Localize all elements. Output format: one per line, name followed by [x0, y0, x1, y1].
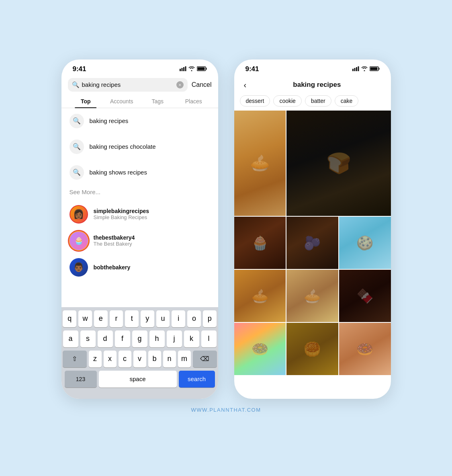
key-g[interactable]: g [132, 330, 147, 347]
key-shift[interactable]: ⇧ [63, 351, 87, 367]
status-bar-right: 9:41 [234, 60, 391, 76]
key-e[interactable]: e [94, 310, 108, 327]
suggestion-item[interactable]: 🔍 baking recipes [61, 108, 218, 134]
key-q[interactable]: q [63, 310, 76, 327]
see-more-link[interactable]: See More... [61, 185, 218, 201]
key-c[interactable]: c [119, 351, 131, 367]
key-s[interactable]: s [80, 330, 96, 347]
grid-image-blueberry[interactable]: 🫐 [286, 217, 338, 269]
filter-chips-row: dessert cookie batter cake [234, 95, 391, 111]
header-title: baking recipes [250, 81, 384, 89]
left-phone: 9:41 🔍 × [61, 60, 218, 399]
suggestion-item[interactable]: 🔍 baking recipes chocolate [61, 134, 218, 160]
search-icon-left: 🔍 [72, 81, 80, 88]
wifi-icon [188, 66, 195, 72]
key-v[interactable]: v [133, 351, 146, 367]
key-search[interactable]: search [179, 371, 215, 388]
avatar-bob: 👨🏾 [70, 258, 88, 277]
keyboard-spacer [63, 391, 217, 399]
key-n[interactable]: n [163, 351, 176, 367]
account-item-bob[interactable]: 👨🏾 bobthebakery [61, 254, 218, 281]
tabs-row: Top Accounts Tags Places [61, 95, 218, 108]
key-i[interactable]: i [172, 310, 185, 327]
avatar-simplebaking: 👩🏾 [70, 205, 88, 224]
account-item-simplebaking[interactable]: 👩🏾 simplebakingrecipes Simple Baking Rec… [61, 201, 218, 228]
svg-rect-2 [183, 67, 184, 71]
key-delete[interactable]: ⌫ [193, 351, 217, 367]
svg-rect-0 [180, 69, 181, 71]
battery-icon [370, 66, 380, 72]
chip-batter[interactable]: batter [305, 95, 331, 107]
svg-rect-12 [378, 68, 379, 70]
status-bar-left: 9:41 [61, 60, 218, 76]
suggestions-list: 🔍 baking recipes 🔍 baking recipes chocol… [61, 108, 218, 307]
search-circle-icon: 🔍 [70, 165, 84, 180]
key-numbers[interactable]: 123 [65, 371, 97, 388]
key-o[interactable]: o [187, 310, 201, 327]
grid-image-applepie[interactable]: 🥧 [234, 270, 286, 322]
svg-rect-8 [354, 68, 355, 71]
tab-top[interactable]: Top [68, 95, 104, 108]
back-button[interactable]: ‹ [241, 79, 250, 91]
grid-image-tart[interactable]: 🥮 [286, 323, 338, 375]
battery-icon [197, 66, 207, 72]
chip-cookie[interactable]: cookie [273, 95, 301, 107]
footer-url: WWW.PLANNTHAT.COM [191, 399, 261, 417]
search-circle-icon: 🔍 [70, 114, 84, 128]
key-f[interactable]: f [115, 330, 130, 347]
grid-image-flour[interactable]: 🍞 [286, 111, 391, 216]
key-a[interactable]: a [63, 330, 78, 347]
keyboard-bottom-row: 123 space search [63, 371, 217, 388]
tab-accounts[interactable]: Accounts [104, 95, 140, 108]
grid-image-donuts[interactable]: 🍩 [234, 323, 286, 375]
account-fullname: The Best Bakery [94, 241, 135, 247]
key-space[interactable]: space [99, 371, 177, 388]
key-b[interactable]: b [148, 351, 161, 367]
key-r[interactable]: r [110, 310, 123, 327]
tab-tags[interactable]: Tags [140, 95, 176, 108]
time-right: 9:41 [245, 65, 259, 73]
keyboard-row-3: ⇧ z x c v b n m ⌫ [63, 351, 217, 367]
grid-image-chocolate[interactable]: 🍫 [339, 270, 391, 322]
clear-button[interactable]: × [176, 81, 184, 88]
suggestion-item[interactable]: 🔍 baking shows recipes [61, 160, 218, 185]
key-d[interactable]: d [98, 330, 113, 347]
search-bar-row: 🔍 × Cancel [61, 76, 218, 95]
key-l[interactable]: l [201, 330, 217, 347]
key-j[interactable]: j [167, 330, 182, 347]
chip-dessert[interactable]: dessert [240, 95, 270, 107]
chip-cake[interactable]: cake [335, 95, 359, 107]
key-m[interactable]: m [178, 351, 191, 367]
key-u[interactable]: u [156, 310, 170, 327]
grid-image-donut[interactable]: 🍩 [339, 323, 391, 375]
svg-rect-7 [352, 69, 354, 71]
key-k[interactable]: k [184, 330, 199, 347]
key-y[interactable]: y [141, 310, 154, 327]
grid-image-slicepie[interactable]: 🥧 [286, 270, 338, 322]
key-w[interactable]: w [78, 310, 92, 327]
account-fullname: Simple Baking Recipes [94, 214, 149, 220]
account-item-bestbakery[interactable]: 🧁 thebestbakery4 The Best Bakery [61, 228, 218, 254]
suggestion-text: baking recipes [90, 117, 129, 124]
signal-icon [352, 66, 359, 72]
key-p[interactable]: p [203, 310, 217, 327]
cancel-button[interactable]: Cancel [192, 81, 212, 88]
account-username: thebestbakery4 [94, 234, 135, 241]
search-input-wrap[interactable]: 🔍 × [68, 78, 188, 92]
key-h[interactable]: h [149, 330, 165, 347]
svg-rect-10 [358, 66, 359, 71]
svg-rect-5 [206, 68, 207, 70]
grid-image-pie1[interactable]: 🥧 [234, 111, 286, 216]
key-z[interactable]: z [89, 351, 102, 367]
grid-image-cookies[interactable]: 🍪 [339, 217, 391, 269]
keyboard: q w e r t y u i o p a s d f g h [61, 307, 218, 399]
svg-rect-13 [370, 68, 377, 70]
tab-places[interactable]: Places [176, 95, 212, 108]
suggestion-text: baking recipes chocolate [90, 143, 156, 150]
phones-container: 9:41 🔍 × [61, 60, 391, 399]
grid-inner: 🥧 🍞 🧁 🫐 🍪 [234, 111, 391, 375]
key-x[interactable]: x [104, 351, 117, 367]
grid-image-muffin[interactable]: 🧁 [234, 217, 286, 269]
key-t[interactable]: t [125, 310, 139, 327]
search-input[interactable] [82, 81, 174, 88]
